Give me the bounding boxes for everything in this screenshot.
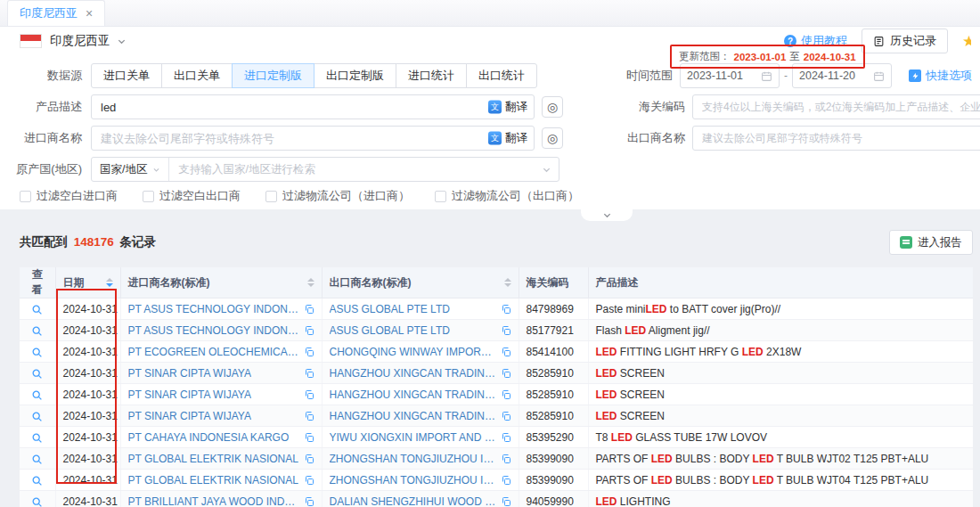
origin-label: 原产国(地区) <box>0 161 82 177</box>
exporter-link[interactable]: CHONGQING WINWAY IMPORT AND E... <box>330 346 497 358</box>
hs-code-cell: 85285910 <box>519 384 588 405</box>
copy-icon[interactable] <box>501 411 511 421</box>
col-hs-code: 海关编码 <box>519 267 588 298</box>
checkbox-filter-blank-importer[interactable]: 过滤空白进口商 <box>20 188 118 204</box>
enter-report-button[interactable]: 进入报告 <box>889 230 973 255</box>
hs-code-input[interactable] <box>692 94 980 119</box>
quick-options-link[interactable]: 快捷选项 <box>909 68 972 84</box>
importer-link[interactable]: PT ASUS TECHNOLOGY INDONESIA BA... <box>128 303 300 315</box>
view-details-icon[interactable] <box>31 304 43 315</box>
copy-icon[interactable] <box>501 368 511 379</box>
checkbox-filter-logistics-exporter[interactable]: 过滤物流公司（出口商） <box>435 188 579 204</box>
importer-input[interactable] <box>91 126 535 151</box>
tab-import-custom[interactable]: 进口定制版 <box>232 63 314 88</box>
copy-icon[interactable] <box>304 347 314 357</box>
copy-icon[interactable] <box>304 368 314 379</box>
importer-link[interactable]: PT SINAR CIPTA WIJAYA <box>128 388 251 401</box>
history-button[interactable]: 历史记录 <box>862 29 948 53</box>
copy-icon[interactable] <box>304 432 314 443</box>
date-cell: 2024-10-31 <box>55 448 120 470</box>
copy-icon[interactable] <box>304 304 314 315</box>
importer-link[interactable]: PT BRILLIANT JAYA WOOD INDUSTRY <box>128 495 300 507</box>
copy-icon[interactable] <box>501 454 511 464</box>
copy-icon[interactable] <box>501 432 511 443</box>
copy-icon[interactable] <box>304 496 314 507</box>
product-desc-cell: LED SCREEN <box>588 405 973 427</box>
copy-icon[interactable] <box>501 347 511 357</box>
date-cell: 2024-10-31 <box>55 427 120 448</box>
collapse-toggle[interactable] <box>581 209 633 221</box>
copy-icon[interactable] <box>304 389 314 400</box>
view-details-icon[interactable] <box>31 475 43 487</box>
sort-date[interactable] <box>106 278 113 287</box>
update-range-to: 至 <box>789 50 800 63</box>
date-cell: 2024-10-31 <box>55 491 120 507</box>
view-details-icon[interactable] <box>31 454 43 465</box>
chevron-down-icon[interactable] <box>117 37 127 46</box>
calendar-icon <box>761 70 772 82</box>
sort-exporter[interactable] <box>504 278 511 287</box>
ocr-button[interactable]: ◎ <box>542 96 563 118</box>
importer-link[interactable]: PT SINAR CIPTA WIJAYA <box>128 367 251 380</box>
exporter-input[interactable] <box>692 126 980 151</box>
importer-link[interactable]: PT ASUS TECHNOLOGY INDONESIA BA... <box>128 324 300 337</box>
copy-icon[interactable] <box>501 496 511 507</box>
date-cell: 2024-10-31 <box>55 405 120 427</box>
view-details-icon[interactable] <box>31 347 43 358</box>
translate-button[interactable]: 文 翻译 <box>488 131 527 146</box>
exporter-link[interactable]: ASUS GLOBAL PTE LTD <box>330 324 450 337</box>
view-details-icon[interactable] <box>31 368 43 380</box>
origin-type-select[interactable]: 国家/地区 <box>92 158 169 181</box>
checkbox-filter-logistics-importer[interactable]: 过滤物流公司（进口商） <box>265 188 410 204</box>
view-details-icon[interactable] <box>31 325 43 337</box>
exporter-link[interactable]: DALIAN SHENGZHIHUI WOOD INDUST... <box>330 495 497 507</box>
copy-icon[interactable] <box>501 325 511 336</box>
copy-icon[interactable] <box>304 325 314 336</box>
exporter-link[interactable]: HANGZHOU XINGCAN TRADING CO LTD <box>330 367 497 380</box>
col-date: 日期 <box>55 267 120 298</box>
chevron-down-icon <box>542 165 551 175</box>
star-icon[interactable]: ★ <box>962 32 971 51</box>
exporter-link[interactable]: ZHONGSHAN TONGJIUZHOU INTERNA... <box>330 453 497 465</box>
view-details-icon[interactable] <box>31 389 43 401</box>
country-selector[interactable]: 印度尼西亚 <box>50 33 110 49</box>
view-details-icon[interactable] <box>31 496 43 507</box>
tab-indonesia[interactable]: 印度尼西亚 × <box>7 0 105 26</box>
tab-export-stats[interactable]: 出口统计 <box>466 63 537 88</box>
exporter-link[interactable]: ASUS GLOBAL PTE LTD <box>330 303 450 315</box>
tab-export-declaration[interactable]: 出口关单 <box>161 63 233 88</box>
exporter-link[interactable]: HANGZHOU XINGCAN TRADING CO LTD <box>330 410 497 422</box>
tab-import-stats[interactable]: 进口统计 <box>396 63 467 88</box>
exporter-link[interactable]: ZHONGSHAN TONGJIUZHOU INTERNA... <box>330 474 497 487</box>
sort-importer[interactable] <box>307 278 314 287</box>
importer-link[interactable]: PT ECOGREEN OLEOCHEMICALS <box>128 346 300 358</box>
view-details-icon[interactable] <box>31 411 43 422</box>
copy-icon[interactable] <box>501 389 511 400</box>
translate-button[interactable]: 文 翻译 <box>488 100 527 115</box>
ocr-button[interactable]: ◎ <box>542 127 563 149</box>
exporter-link[interactable]: YIWU XIONGXIN IMPORT AND EXPORT... <box>330 431 497 444</box>
product-desc-input[interactable] <box>91 94 535 119</box>
copy-icon[interactable] <box>304 411 314 421</box>
tab-import-declaration[interactable]: 进口关单 <box>91 63 162 88</box>
importer-link[interactable]: PT GLOBAL ELEKTRIK NASIONAL <box>128 474 298 487</box>
copy-icon[interactable] <box>304 475 314 486</box>
checkbox-filter-blank-exporter[interactable]: 过滤空白出口商 <box>143 188 241 204</box>
importer-link[interactable]: PT CAHAYA INDONESIA KARGO <box>128 431 290 444</box>
exporter-link[interactable]: HANGZHOU XINGCAN TRADING CO LTD <box>330 388 497 401</box>
importer-link[interactable]: PT GLOBAL ELEKTRIK NASIONAL <box>128 453 298 465</box>
copy-icon[interactable] <box>501 475 511 486</box>
view-details-icon[interactable] <box>31 432 43 444</box>
importer-link[interactable]: PT SINAR CIPTA WIJAYA <box>128 410 251 422</box>
hs-code-cell: 94059990 <box>519 491 588 507</box>
checkbox-icon <box>20 191 31 202</box>
chevron-down-icon <box>602 210 612 220</box>
copy-icon[interactable] <box>501 304 511 315</box>
copy-icon[interactable] <box>304 454 314 464</box>
results-count-text: 共匹配到 148176 条记录 <box>20 234 156 250</box>
close-icon[interactable]: × <box>86 7 93 20</box>
tab-export-custom[interactable]: 出口定制版 <box>314 63 396 88</box>
hs-code-cell: 85399090 <box>519 448 588 470</box>
origin-combobox[interactable]: 国家/地区 支持输入国家/地区进行检索 <box>91 157 559 182</box>
date-cell: 2024-10-31 <box>55 298 120 320</box>
